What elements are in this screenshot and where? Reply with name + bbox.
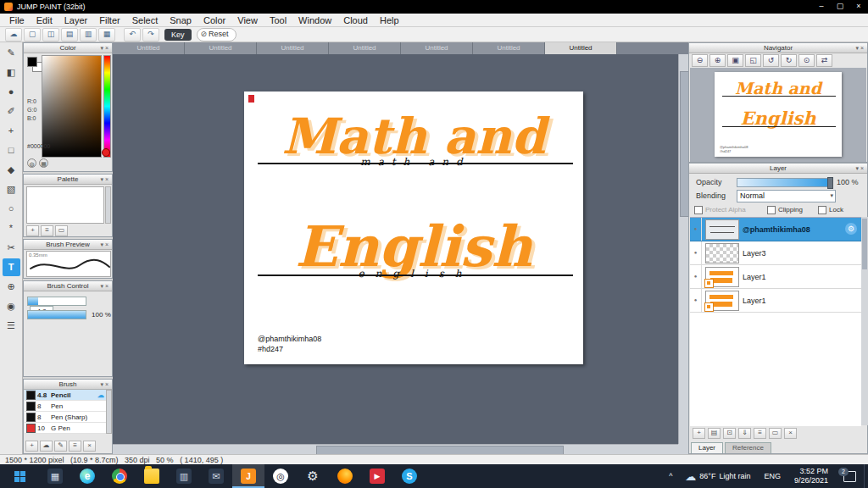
- menu-file[interactable]: File: [3, 14, 31, 27]
- minimize-button[interactable]: –: [812, 0, 831, 14]
- document-tab-active[interactable]: Untitled: [545, 42, 617, 54]
- move-tool[interactable]: +: [3, 122, 20, 140]
- hue-slider[interactable]: [103, 55, 111, 158]
- document-tab[interactable]: Untitled: [113, 42, 185, 54]
- foreground-color-swatch[interactable]: [27, 57, 37, 67]
- magic-wand-tool[interactable]: *: [3, 219, 20, 237]
- menu-edit[interactable]: Edit: [31, 14, 58, 27]
- chrome-button[interactable]: [103, 464, 136, 488]
- undo-icon[interactable]: ↶: [124, 28, 141, 42]
- jump-paint-taskbar-button[interactable]: J: [232, 464, 264, 488]
- reset-button[interactable]: ⊘Reset: [197, 28, 236, 42]
- brush-opacity-slider[interactable]: [27, 310, 86, 319]
- close-icon[interactable]: ×: [105, 176, 110, 182]
- protect-alpha-checkbox[interactable]: Protect Alpha: [694, 206, 746, 214]
- close-icon[interactable]: ×: [105, 241, 110, 247]
- layer-visibility-icon[interactable]: ●: [690, 218, 702, 241]
- navigator-thumbnail[interactable]: Math and English @phamthikimha08 #hd247: [715, 72, 842, 157]
- saturation-value-picker[interactable]: [42, 55, 102, 158]
- document-canvas[interactable]: Math and math and English english @phamt…: [244, 92, 583, 364]
- brush-item-pencil[interactable]: 4.8 Pencil ☁: [25, 390, 106, 401]
- navigator-preview-area[interactable]: Math and English @phamthikimha08 #hd247: [690, 68, 866, 162]
- edit-brush-icon[interactable]: ✎: [54, 441, 67, 452]
- rect-select-tool[interactable]: □: [3, 141, 20, 159]
- layer-visibility-icon[interactable]: ●: [690, 289, 702, 312]
- zoom-in-icon[interactable]: ⊕: [709, 54, 726, 67]
- settings-button[interactable]: ⚙: [297, 464, 329, 488]
- menu-snap[interactable]: Snap: [164, 14, 198, 27]
- zoom-tool[interactable]: ⊕: [3, 278, 20, 296]
- close-icon[interactable]: ×: [860, 45, 865, 51]
- color-wheel-icon[interactable]: ◍: [27, 158, 36, 168]
- document-tab[interactable]: Untitled: [329, 42, 401, 54]
- brush-item-g-pen[interactable]: 10 G Pen: [25, 423, 106, 434]
- layer-settings-gear-icon[interactable]: ⚙: [845, 223, 857, 235]
- maximize-button[interactable]: ▢: [831, 0, 849, 14]
- opacity-knob[interactable]: [827, 177, 833, 189]
- brush-list-scrollbar[interactable]: [106, 390, 112, 434]
- lasso-tool[interactable]: ○: [3, 200, 20, 218]
- weather-widget[interactable]: ☁ 86°F Light rain: [678, 470, 757, 483]
- new-canvas-icon[interactable]: ▢: [24, 28, 41, 42]
- flip-view-icon[interactable]: ⇄: [816, 54, 832, 67]
- layer-row[interactable]: ● Layer3: [690, 241, 861, 265]
- close-button[interactable]: ×: [849, 0, 868, 14]
- palette-menu-icon[interactable]: ≡: [41, 225, 53, 236]
- close-icon[interactable]: ×: [105, 283, 110, 289]
- layer-menu-icon[interactable]: ≡: [754, 428, 766, 439]
- zoom-actual-icon[interactable]: ◱: [745, 54, 761, 67]
- menu-select[interactable]: Select: [126, 14, 164, 27]
- menu-tool[interactable]: Tool: [264, 14, 292, 27]
- document-tab[interactable]: Untitled: [257, 42, 329, 54]
- tab-reference[interactable]: Reference: [725, 442, 771, 453]
- hue-marker[interactable]: [102, 148, 110, 157]
- layer-list-scrollbar[interactable]: [861, 217, 868, 425]
- palette-scrollbar[interactable]: [105, 186, 111, 224]
- save-icon[interactable]: ◫: [42, 28, 59, 42]
- duplicate-layer-icon[interactable]: ⊡: [723, 428, 736, 439]
- key-button[interactable]: Key: [164, 29, 192, 41]
- menu-help[interactable]: Help: [374, 14, 405, 27]
- reset-rotation-icon[interactable]: ⊙: [798, 54, 815, 67]
- eyedropper-tool[interactable]: ◉: [3, 297, 20, 315]
- menu-filter[interactable]: Filter: [93, 14, 125, 27]
- obs-button[interactable]: ◎: [264, 464, 297, 488]
- mail-button[interactable]: ✉: [200, 464, 232, 488]
- blending-select[interactable]: Normal ▾: [737, 190, 836, 202]
- media-button[interactable]: ▶: [361, 464, 393, 488]
- layer-visibility-icon[interactable]: ●: [690, 265, 702, 288]
- cloud-icon[interactable]: ☁: [5, 28, 22, 42]
- skype-button[interactable]: S: [393, 464, 426, 488]
- add-color-icon[interactable]: +: [26, 225, 39, 236]
- edge-button[interactable]: e: [71, 464, 103, 488]
- document-tab[interactable]: Untitled: [185, 42, 257, 54]
- tray-expand-icon[interactable]: ^: [663, 472, 678, 480]
- pen-tool[interactable]: ✐: [3, 103, 20, 120]
- layout-3-icon[interactable]: ▦: [98, 28, 115, 42]
- rotate-left-icon[interactable]: ↺: [763, 54, 779, 67]
- start-button[interactable]: [0, 464, 39, 488]
- brush-size-slider[interactable]: [27, 297, 86, 306]
- menu-cloud[interactable]: Cloud: [337, 14, 374, 27]
- menu-window[interactable]: Window: [292, 14, 337, 27]
- merge-down-icon[interactable]: ⇓: [738, 428, 751, 439]
- document-tab[interactable]: Untitled: [473, 42, 545, 54]
- gradient-tool[interactable]: ▧: [3, 180, 20, 198]
- language-indicator[interactable]: ENG: [757, 472, 787, 480]
- delete-brush-icon[interactable]: ×: [83, 441, 96, 452]
- menu-layer[interactable]: Layer: [58, 14, 94, 27]
- close-icon[interactable]: ×: [860, 165, 865, 171]
- select-pen-tool[interactable]: ✂: [3, 239, 20, 257]
- tab-layer[interactable]: Layer: [691, 442, 723, 453]
- layer-row[interactable]: ● Layer1: [690, 289, 861, 313]
- zoom-out-icon[interactable]: ⊖: [692, 54, 708, 67]
- task-view-button[interactable]: ▦: [39, 464, 71, 488]
- delete-layer-icon[interactable]: ×: [784, 428, 797, 439]
- close-icon[interactable]: ×: [105, 381, 110, 387]
- layer-visibility-icon[interactable]: ●: [690, 241, 702, 264]
- rotate-right-icon[interactable]: ↻: [781, 54, 797, 67]
- lock-checkbox[interactable]: Lock: [818, 206, 843, 214]
- layer-row-selected[interactable]: ● @phamthikimha08 ⚙: [690, 218, 861, 241]
- transfer-icon[interactable]: ▭: [769, 428, 782, 439]
- brush-item-pen[interactable]: 8 Pen: [25, 401, 106, 412]
